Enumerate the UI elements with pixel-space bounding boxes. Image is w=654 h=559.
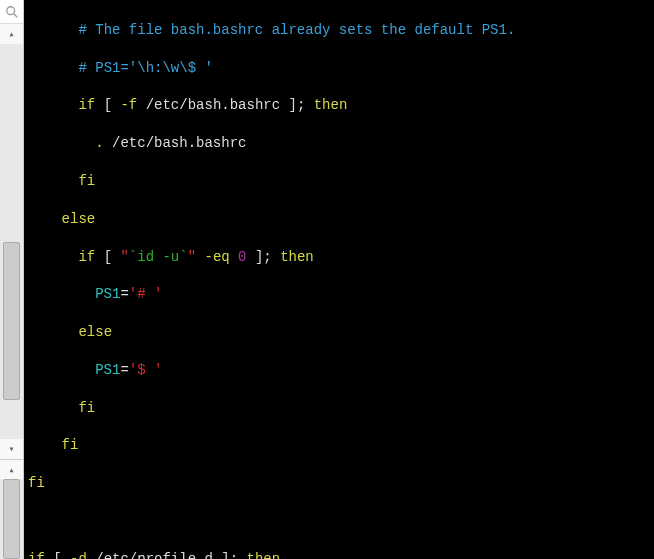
code-line: fi <box>28 172 650 191</box>
code-line: # The file bash.bashrc already sets the … <box>28 21 650 40</box>
editor-gutter: ▴ ▾ ▴ <box>0 0 24 559</box>
code-line: PS1='$ ' <box>28 361 650 380</box>
code-line: fi <box>28 436 650 455</box>
code-line: PS1='# ' <box>28 285 650 304</box>
scroll-up-arrow[interactable]: ▴ <box>0 24 23 44</box>
scroll-up-arrow-2[interactable]: ▴ <box>0 459 23 479</box>
chevron-down-icon: ▾ <box>8 443 14 455</box>
code-line: else <box>28 323 650 342</box>
scrollbar-lower[interactable] <box>0 479 23 559</box>
code-line: fi <box>28 474 650 493</box>
code-editor[interactable]: # The file bash.bashrc already sets the … <box>24 0 654 559</box>
code-line: if [ -d /etc/profile.d ]; then <box>28 550 650 559</box>
code-line: if [ "`id -u`" -eq 0 ]; then <box>28 248 650 267</box>
code-line: . /etc/bash.bashrc <box>28 134 650 153</box>
svg-point-0 <box>6 6 14 14</box>
code-line: if [ -f /etc/bash.bashrc ]; then <box>28 96 650 115</box>
code-line: else <box>28 210 650 229</box>
scroll-down-arrow[interactable]: ▾ <box>0 439 23 459</box>
scrollbar-upper[interactable] <box>0 44 23 439</box>
scroll-thumb-lower[interactable] <box>3 479 20 559</box>
scroll-thumb-upper[interactable] <box>3 242 20 400</box>
chevron-up-icon: ▴ <box>8 28 14 40</box>
svg-line-1 <box>13 13 17 17</box>
chevron-up-icon: ▴ <box>8 464 14 476</box>
search-icon <box>5 5 19 19</box>
code-line: # PS1='\h:\w\$ ' <box>28 59 650 78</box>
code-line: fi <box>28 399 650 418</box>
code-line <box>28 512 650 531</box>
search-button[interactable] <box>0 0 23 24</box>
